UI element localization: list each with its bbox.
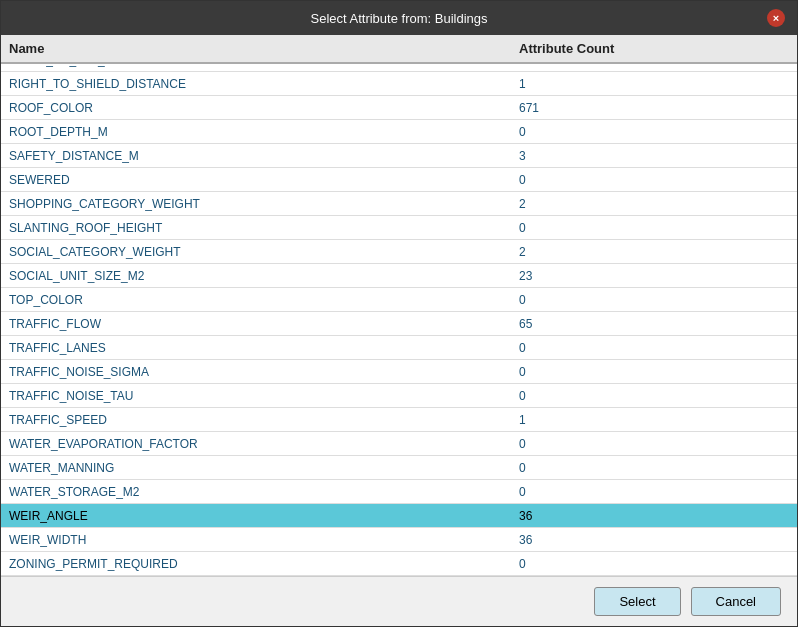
cell-attribute-count: 1 — [511, 74, 797, 94]
title-bar: Select Attribute from: Buildings × — [1, 1, 797, 35]
cell-attribute-count: 0 — [511, 434, 797, 454]
cell-attribute-name: TRAFFIC_FLOW — [1, 314, 511, 334]
select-attribute-dialog: Select Attribute from: Buildings × Name … — [0, 0, 798, 627]
footer: Select Cancel — [1, 576, 797, 626]
cell-attribute-name: WEIR_WIDTH — [1, 530, 511, 550]
table-row[interactable]: SAFETY_DISTANCE_M3 — [1, 144, 797, 168]
cell-attribute-count: 671 — [511, 98, 797, 118]
cell-attribute-count: 0 — [511, 338, 797, 358]
table-row[interactable]: TRAFFIC_FLOW65 — [1, 312, 797, 336]
table-row[interactable]: SOCIAL_UNIT_SIZE_M223 — [1, 264, 797, 288]
cell-attribute-count: 0 — [511, 362, 797, 382]
table-row[interactable]: WEIR_ANGLE36 — [1, 504, 797, 528]
cell-attribute-name: SOCIAL_CATEGORY_WEIGHT — [1, 242, 511, 262]
cell-attribute-name: WATER_STORAGE_M2 — [1, 482, 511, 502]
cancel-button[interactable]: Cancel — [691, 587, 781, 616]
table-row[interactable]: ROOT_DEPTH_M0 — [1, 120, 797, 144]
cell-attribute-name: WATER_MANNING — [1, 458, 511, 478]
cell-attribute-count: 0 — [511, 290, 797, 310]
cell-attribute-count: 3 — [511, 146, 797, 166]
cell-attribute-name: SLANTING_ROOF_HEIGHT — [1, 218, 511, 238]
cell-attribute-name: TRAFFIC_NOISE_TAU — [1, 386, 511, 406]
cell-attribute-name: SHOPPING_CATEGORY_WEIGHT — [1, 194, 511, 214]
table-row[interactable]: SEWERED0 — [1, 168, 797, 192]
cell-attribute-count: 36 — [511, 506, 797, 526]
cell-attribute-count: 1 — [511, 410, 797, 430]
close-button[interactable]: × — [767, 9, 785, 27]
cell-attribute-name: SEWERED — [1, 170, 511, 190]
table-row[interactable]: RIGHT_TO_MIN_DISTANCE- — [1, 64, 797, 72]
cell-attribute-count: 2 — [511, 194, 797, 214]
cell-attribute-count: 0 — [511, 386, 797, 406]
table-row[interactable]: SOCIAL_CATEGORY_WEIGHT2 — [1, 240, 797, 264]
cell-attribute-name: RIGHT_TO_MIN_DISTANCE — [1, 64, 511, 70]
table-row[interactable]: WATER_STORAGE_M20 — [1, 480, 797, 504]
cell-attribute-name: WATER_EVAPORATION_FACTOR — [1, 434, 511, 454]
table-row[interactable]: WEIR_WIDTH36 — [1, 528, 797, 552]
table-body[interactable]: RIGHT_TO_MIN_DISTANCE-RIGHT_TO_SHIELD_DI… — [1, 64, 797, 576]
table-row[interactable]: TRAFFIC_NOISE_SIGMA0 — [1, 360, 797, 384]
cell-attribute-count: 0 — [511, 170, 797, 190]
cell-attribute-name: TRAFFIC_SPEED — [1, 410, 511, 430]
cell-attribute-count: 23 — [511, 266, 797, 286]
cell-attribute-name: TRAFFIC_NOISE_SIGMA — [1, 362, 511, 382]
table-row[interactable]: SHOPPING_CATEGORY_WEIGHT2 — [1, 192, 797, 216]
cell-attribute-count: 65 — [511, 314, 797, 334]
table-row[interactable]: TRAFFIC_SPEED1 — [1, 408, 797, 432]
cell-attribute-name: ROOT_DEPTH_M — [1, 122, 511, 142]
cell-attribute-count: 0 — [511, 458, 797, 478]
cell-attribute-name: WEIR_ANGLE — [1, 506, 511, 526]
table-row[interactable]: ZONING_PERMIT_REQUIRED0 — [1, 552, 797, 576]
cell-attribute-count: 36 — [511, 530, 797, 550]
table-row[interactable]: WATER_MANNING0 — [1, 456, 797, 480]
cell-attribute-name: TRAFFIC_LANES — [1, 338, 511, 358]
table-row[interactable]: RIGHT_TO_SHIELD_DISTANCE1 — [1, 72, 797, 96]
cell-attribute-name: SAFETY_DISTANCE_M — [1, 146, 511, 166]
table-row[interactable]: TRAFFIC_NOISE_TAU0 — [1, 384, 797, 408]
cell-attribute-count: 0 — [511, 218, 797, 238]
cell-attribute-count: 0 — [511, 554, 797, 574]
cell-attribute-name: RIGHT_TO_SHIELD_DISTANCE — [1, 74, 511, 94]
table-row[interactable]: ROOF_COLOR671 — [1, 96, 797, 120]
dialog-title: Select Attribute from: Buildings — [31, 11, 767, 26]
table-row[interactable]: WATER_EVAPORATION_FACTOR0 — [1, 432, 797, 456]
table-row[interactable]: TRAFFIC_LANES0 — [1, 336, 797, 360]
cell-attribute-name: TOP_COLOR — [1, 290, 511, 310]
cell-attribute-name: SOCIAL_UNIT_SIZE_M2 — [1, 266, 511, 286]
cell-attribute-count: 0 — [511, 482, 797, 502]
cell-attribute-count: 2 — [511, 242, 797, 262]
header-count: Attribute Count — [511, 41, 797, 56]
table-row[interactable]: SLANTING_ROOF_HEIGHT0 — [1, 216, 797, 240]
select-button[interactable]: Select — [594, 587, 680, 616]
table-container: Name Attribute Count RIGHT_TO_MIN_DISTAN… — [1, 35, 797, 576]
cell-attribute-name: ROOF_COLOR — [1, 98, 511, 118]
table-row[interactable]: TOP_COLOR0 — [1, 288, 797, 312]
cell-attribute-count: - — [511, 64, 797, 70]
cell-attribute-name: ZONING_PERMIT_REQUIRED — [1, 554, 511, 574]
header-name: Name — [1, 41, 511, 56]
cell-attribute-count: 0 — [511, 122, 797, 142]
table-header: Name Attribute Count — [1, 35, 797, 64]
